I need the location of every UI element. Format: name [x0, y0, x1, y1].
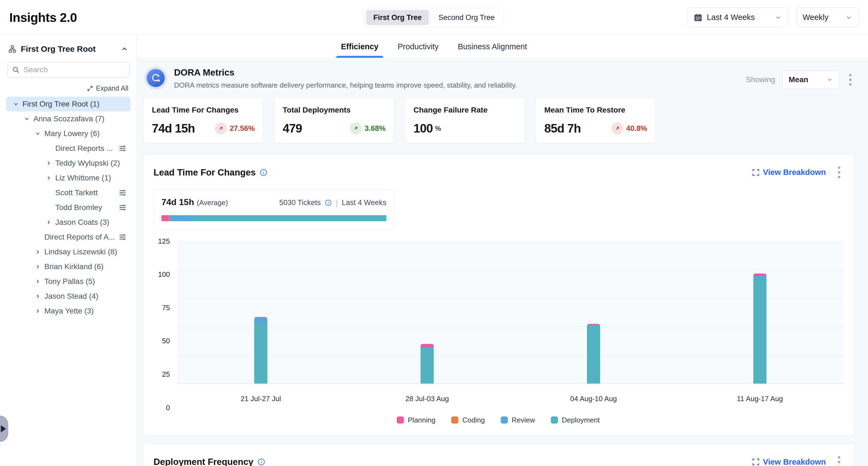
- filter-sliders-icon[interactable]: [119, 188, 127, 197]
- gridline: [178, 355, 843, 355]
- bar-segment-review: [254, 318, 267, 323]
- lead-time-kebab-menu[interactable]: [835, 165, 843, 180]
- phase-distribution-bar: [161, 215, 386, 221]
- legend-item-coding[interactable]: Coding: [451, 416, 485, 425]
- gridline: [178, 383, 843, 384]
- tree-row[interactable]: Jason Stead (4): [6, 289, 130, 303]
- chevron-right-icon[interactable]: [33, 291, 43, 301]
- toggle-divider: [430, 11, 430, 24]
- metric-value: 100: [413, 122, 433, 135]
- lead-time-summary: 74d 15h (Average) 5030 Tickets | Last 4 …: [154, 189, 394, 230]
- tree-row[interactable]: Anna Scozzafava (7): [6, 111, 130, 126]
- tree-row[interactable]: Direct Reports of A...: [6, 230, 130, 244]
- toggle-first-org-tree[interactable]: First Org Tree: [366, 10, 429, 25]
- metric-card: Change Failure Rate100%: [405, 97, 525, 143]
- tree-row[interactable]: First Org Tree Root (1): [6, 97, 130, 111]
- legend-swatch: [451, 416, 458, 424]
- trend-arrow-icon: [350, 122, 362, 135]
- deployment-frequency-kebab-menu[interactable]: [835, 455, 843, 466]
- bar-segment-planning: [753, 273, 767, 276]
- legend-item-planning[interactable]: Planning: [397, 416, 435, 425]
- trend-arrow-icon: [611, 122, 623, 135]
- info-icon[interactable]: [259, 168, 268, 177]
- chevron-right-icon[interactable]: [33, 276, 43, 286]
- tree-row[interactable]: Direct Reports ...: [6, 141, 130, 156]
- metric-value: 74d 15h: [152, 122, 195, 135]
- metric-delta: 40.8%: [626, 124, 647, 133]
- filter-sliders-icon[interactable]: [119, 233, 127, 241]
- chevron-right-icon[interactable]: [33, 262, 43, 271]
- tree-row[interactable]: Jason Coats (3): [6, 215, 130, 230]
- stacked-bar[interactable]: [254, 241, 267, 384]
- legend-swatch: [397, 416, 404, 424]
- sidebar-flyout-toggle[interactable]: [0, 416, 8, 442]
- dora-kebab-menu[interactable]: [846, 72, 854, 87]
- chevron-right-icon[interactable]: [33, 247, 43, 257]
- summary-divider: |: [336, 198, 338, 207]
- tree-row[interactable]: Lindsay Liszewski (8): [6, 244, 130, 259]
- chart-x-axis: 21 Jul-27 Jul28 Jul-03 Aug04 Aug-10 Aug1…: [178, 388, 843, 408]
- trend-arrow-icon: [215, 122, 227, 135]
- tree-item-label: Direct Reports ...: [55, 144, 113, 153]
- metric-label: Total Deployments: [283, 106, 385, 114]
- view-breakdown-button[interactable]: View Breakdown: [752, 458, 826, 466]
- metric-label: Mean Time To Restore: [544, 106, 647, 114]
- tree-row[interactable]: Mary Lowery (6): [6, 126, 130, 141]
- org-tree: First Org Tree Root (1)Anna Scozzafava (…: [0, 94, 136, 318]
- chevron-right-icon[interactable]: [44, 217, 54, 227]
- filter-sliders-icon[interactable]: [119, 203, 127, 212]
- metric-trend-badge: 40.8%: [611, 122, 647, 135]
- chevron-down-icon[interactable]: [22, 114, 32, 124]
- main-area: Efficiency Productivity Business Alignme…: [137, 35, 868, 466]
- bar-segment-deployment: [254, 323, 267, 383]
- search-input[interactable]: [24, 65, 125, 74]
- info-icon[interactable]: [324, 199, 332, 206]
- legend-item-review[interactable]: Review: [501, 416, 535, 425]
- tab-efficiency[interactable]: Efficiency: [340, 42, 379, 58]
- chevron-right-icon[interactable]: [33, 306, 43, 316]
- granularity-select[interactable]: Weekly: [796, 7, 859, 28]
- lead-time-chart: 0255075100125 21 Jul-27 Jul28 Jul-03 Aug…: [154, 241, 843, 408]
- toggle-second-org-tree[interactable]: Second Org Tree: [431, 10, 502, 25]
- tab-business-alignment[interactable]: Business Alignment: [457, 42, 528, 58]
- arrow-right-icon: [1, 425, 6, 432]
- expand-all-button[interactable]: Expand All: [0, 78, 136, 94]
- chevron-down-icon[interactable]: [11, 99, 21, 109]
- dora-subtitle: DORA metrics measure software delivery p…: [174, 81, 517, 90]
- x-tick-label: 21 Jul-27 Jul: [241, 395, 281, 403]
- date-range-select[interactable]: Last 4 Weeks: [687, 7, 788, 28]
- tree-row[interactable]: Todd Bromley: [6, 200, 130, 215]
- stacked-bar[interactable]: [753, 241, 767, 384]
- gridline: [178, 269, 843, 270]
- view-breakdown-button[interactable]: View Breakdown: [752, 168, 826, 177]
- expand-all-label: Expand All: [96, 84, 128, 92]
- stacked-bar[interactable]: [587, 241, 600, 384]
- showing-select[interactable]: Mean: [782, 70, 839, 89]
- tab-productivity[interactable]: Productivity: [397, 42, 439, 58]
- legend-label: Planning: [408, 416, 435, 425]
- chevron-right-icon[interactable]: [44, 173, 54, 183]
- tree-row[interactable]: Tony Pallas (5): [6, 274, 130, 289]
- filter-sliders-icon[interactable]: [119, 144, 127, 152]
- expand-corners-icon: [752, 458, 760, 466]
- tree-item-label: Todd Bromley: [55, 203, 102, 212]
- collapse-sidebar-chevron-up-icon[interactable]: [121, 45, 128, 53]
- chevron-down-icon[interactable]: [33, 129, 43, 139]
- tree-row[interactable]: Maya Yette (3): [6, 303, 130, 318]
- tree-row[interactable]: Brian Kirkland (6): [6, 259, 130, 274]
- metric-card: Total Deployments4793.68%: [274, 97, 394, 143]
- tree-row[interactable]: Teddy Wylupski (2): [6, 156, 130, 171]
- stacked-bar[interactable]: [421, 241, 434, 384]
- y-tick-label: 125: [158, 237, 170, 245]
- legend-item-deployment[interactable]: Deployment: [551, 416, 600, 425]
- lead-time-panel: Lead Time For Changes: [144, 154, 854, 436]
- tree-item-label: Direct Reports of A...: [44, 233, 115, 241]
- dora-metrics-header: DORA Metrics DORA metrics measure softwa…: [144, 66, 854, 90]
- tree-row[interactable]: Scott Tarkett: [6, 185, 130, 200]
- y-tick-label: 100: [158, 270, 170, 279]
- info-icon[interactable]: [257, 458, 266, 466]
- chevron-right-icon[interactable]: [44, 158, 54, 168]
- app-title: Insights 2.0: [9, 10, 77, 25]
- chevron-down-icon: [827, 77, 833, 83]
- tree-row[interactable]: Liz Whittome (1): [6, 171, 130, 185]
